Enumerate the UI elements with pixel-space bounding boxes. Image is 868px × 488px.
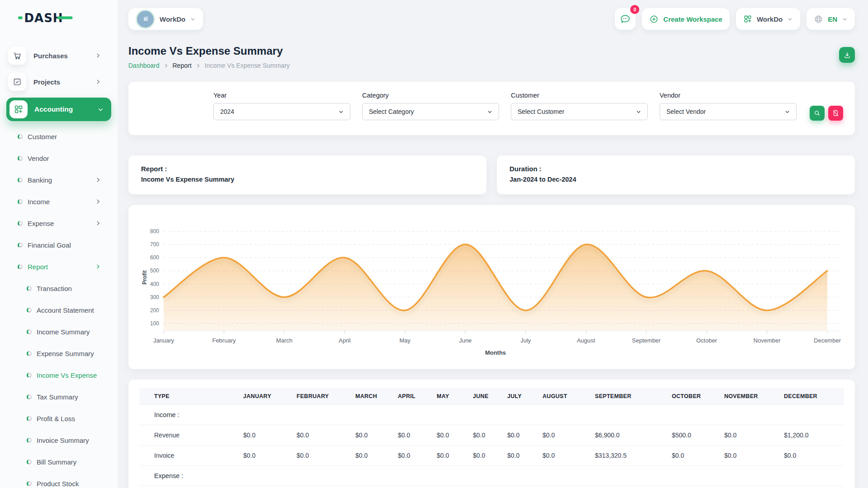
bullet-icon [27,416,32,421]
sidebar-item-income-summary[interactable]: Income Summary [0,321,118,343]
cart-iconbox [8,47,26,65]
cell-value: $0.0 [507,446,542,466]
svg-text:100: 100 [150,320,159,327]
workspace-switcher[interactable]: WorkDo [128,8,203,30]
breadcrumb-report[interactable]: Report [173,62,192,69]
apply-filter-button[interactable] [810,106,825,121]
breadcrumb-current: Income Vs Expense Summary [205,62,290,69]
sidebar-item-financial-goal[interactable]: Financial Goal [0,234,118,256]
sidebar-item-label: Purchases [33,52,95,60]
bullet-icon [27,308,32,313]
sidebar-item-product-stock[interactable]: Product Stock [0,473,118,488]
sidebar-submenu: CustomerVendorBankingIncomeExpenseFinanc… [0,126,118,488]
vendor-select[interactable]: Select Vendor [660,103,797,120]
caret-down-icon [338,108,344,115]
breadcrumb-dashboard[interactable]: Dashboard [128,62,160,69]
sidebar-item-tax-summary[interactable]: Tax Summary [0,386,118,408]
chevron-right-icon [95,52,101,59]
cell-value: $0.0 [297,446,355,466]
column-header-august: AUGUST [542,388,595,405]
sidebar-item-label: Expense [28,220,54,227]
reset-filter-button[interactable] [828,106,843,121]
workspace-avatar [136,9,155,29]
cell-value: $0.0 [724,425,784,446]
report-card-title: Report : [141,165,474,173]
svg-text:700: 700 [150,241,159,248]
bullet-icon [27,460,32,465]
sidebar-item-bill-summary[interactable]: Bill Summary [0,451,118,473]
svg-text:August: August [577,337,595,344]
sidebar-item-label: Financial Goal [28,241,71,249]
caret-down-icon [635,108,642,115]
bullet-icon [27,373,32,378]
page-title: Income Vs Expense Summary [128,44,855,58]
table-row-revenue: Revenue$0.0$0.0$0.0$0.0$0.0$0.0$0.0$0.0$… [139,425,844,446]
sidebar-item-profit-loss[interactable]: Profit & Loss [0,408,118,429]
sidebar-item-invoice-summary[interactable]: Invoice Summary [0,429,118,451]
sidebar-item-label: Bill Summary [37,458,76,466]
plus-circle-icon [649,14,659,24]
sidebar-item-expense[interactable]: Expense [0,212,118,234]
column-header-july: JULY [507,388,542,405]
chevron-right-icon [196,63,201,68]
sidebar-item-income-vs-expense[interactable]: Income Vs Expense [0,364,118,386]
column-header-february: FEBRUARY [297,388,355,405]
sidebar-item-account-statement[interactable]: Account Statement [0,299,118,321]
search-icon [813,109,821,117]
page-head: Income Vs Expense Summary Dashboard Repo… [128,44,855,69]
bullet-icon [18,156,23,161]
bullet-icon [27,286,32,291]
sidebar-item-report[interactable]: Report [0,256,118,277]
sidebar-item-label: Vendor [28,155,49,162]
download-button[interactable] [839,47,855,63]
income-vs-expense-chart: 100200300400500600700800ProfitJanuaryFeb… [136,212,848,361]
sidebar-item-expense-summary[interactable]: Expense Summary [0,343,118,364]
sidebar-item-customer[interactable]: Customer [0,126,118,147]
bullet-icon [27,438,32,443]
column-header-november: NOVEMBER [724,388,784,405]
sidebar-item-purchases[interactable]: Purchases [6,45,111,66]
sidebar-item-banking[interactable]: Banking [0,169,118,191]
chevron-down-icon [787,16,793,22]
workdo-menu-button[interactable]: WorkDo [736,8,800,30]
messages-button[interactable]: 0 [615,8,636,30]
bullet-icon [18,178,23,183]
sidebar-item-label: Projects [33,78,95,86]
svg-text:600: 600 [150,254,159,261]
sidebar-top-items: PurchasesProjects [0,45,118,92]
sidebar-item-income[interactable]: Income [0,191,118,212]
chevron-right-icon [95,79,101,85]
column-header-type: TYPE [139,388,243,405]
globe-icon [814,14,823,24]
category-select[interactable]: Select Category [362,103,499,120]
caret-down-icon [784,108,791,115]
cell-value: $500.0 [672,425,724,446]
duration-card-value: Jan-2024 to Dec-2024 [509,176,842,183]
sidebar-item-label: Product Stock [37,480,79,488]
sidebar-item-projects[interactable]: Projects [6,71,111,92]
cart-icon [13,51,22,61]
sidebar-item-accounting[interactable]: Accounting [6,98,111,121]
duration-card: Duration : Jan-2024 to Dec-2024 [497,155,855,194]
svg-text:Months: Months [485,349,506,356]
cell-value: $0.0 [473,446,507,466]
chevron-down-icon [842,16,848,22]
sidebar-item-label: Report [28,263,48,271]
year-select[interactable]: 2024 [213,103,350,120]
filter-fields: Year 2024 Category Select Category Custo… [213,92,797,120]
sidebar-item-vendor[interactable]: Vendor [0,147,118,169]
sidebar-item-transaction[interactable]: Transaction [0,277,118,299]
create-workspace-button[interactable]: Create Workspace [642,8,730,30]
duration-card-title: Duration : [509,165,842,173]
column-header-january: JANUARY [243,388,297,405]
language-selector[interactable]: EN [807,8,855,30]
check-square-iconbox [8,73,26,91]
sidebar-item-label: Income Vs Expense [37,371,97,379]
filter-actions [810,106,843,121]
sidebar-item-label: Invoice Summary [37,436,89,444]
column-header-march: MARCH [355,388,398,405]
brand-logo[interactable]: DASH [0,0,118,35]
bullet-icon [27,351,32,356]
customer-select[interactable]: Select Customer [511,103,648,120]
chevron-right-icon [95,263,101,270]
